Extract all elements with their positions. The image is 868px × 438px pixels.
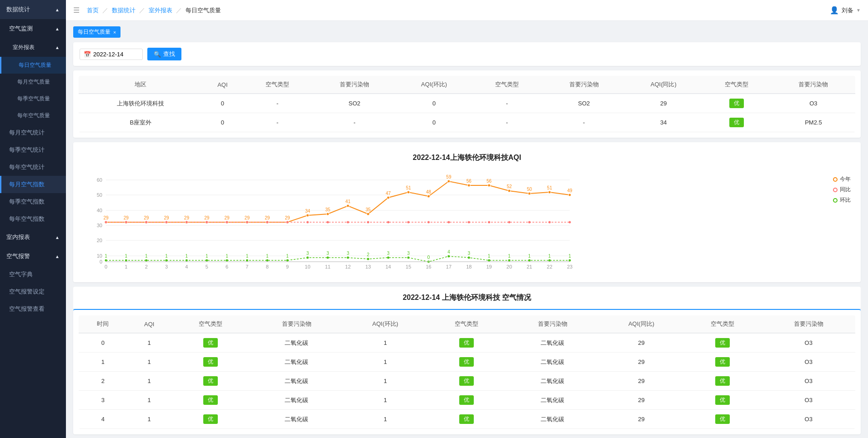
svg-text:60: 60 [97,177,102,183]
svg-text:1: 1 [266,254,269,259]
sidebar-label-air-monitor: 空气监测 [9,25,33,33]
sidebar-item-air-monitor[interactable]: 空气监测 ▲ [0,19,66,38]
chart-title: 2022-12-14上海轶伦环境科技AQI [79,148,855,166]
hamburger-icon[interactable]: ☰ [73,6,80,15]
dth-pollutant2: 首要污染物 [506,315,599,333]
cell-type1: 优 [171,333,250,353]
svg-point-50 [347,221,349,224]
legend-dot-tb [833,188,838,192]
svg-point-56 [468,221,470,224]
table-row: 上海轶伦环境科技 0 - SO2 0 - SO2 29 优 O3 [79,94,855,113]
summary-section: 地区 AQI 空气类型 首要污染物 AQI(环比) 空气类型 首要污染物 AQI… [73,70,861,138]
svg-text:29: 29 [184,215,190,220]
svg-point-33 [488,184,491,187]
legend-label-tb: 同比 [840,186,851,194]
dth-aqi-tb: AQI(同比) [599,315,683,333]
sidebar-item-alarm-view[interactable]: 空气报警查看 [0,300,66,318]
svg-text:22: 22 [547,264,552,269]
dth-pollutant3: 首要污染物 [762,315,855,333]
svg-text:3: 3 [387,251,390,256]
tab-close-icon[interactable]: × [113,30,116,35]
svg-point-39 [125,221,127,224]
topbar-right: 👤 刘备 ▼ [830,6,861,15]
svg-text:1: 1 [286,254,289,259]
sidebar-item-monthly-stats[interactable]: 每月空气统计 [0,124,66,141]
svg-text:1: 1 [165,254,168,259]
svg-point-66 [186,259,188,262]
detail-table: 时间 AQI 空气类型 首要污染物 AQI(环比) 空气类型 首要污染物 AQI… [79,315,855,429]
svg-point-36 [548,191,551,194]
table-row: 0 1 优 二氧化碳 1 优 二氧化碳 29 优 O3 [79,333,855,353]
sidebar-section-alarm[interactable]: 空气报警 ▲ [0,247,66,266]
cell-pollutant3: O3 [762,410,855,429]
sidebar-item-seasonal-index[interactable]: 每季空气指数 [0,193,66,210]
tab-daily-air[interactable]: 每日空气质量 × [73,26,120,38]
sidebar-section-data-stats[interactable]: 数据统计 ▲ [0,0,66,19]
sidebar-item-seasonal-stats[interactable]: 每季空气统计 [0,141,66,159]
cell-aqi-hb: 1 [343,333,427,353]
svg-text:51: 51 [547,185,552,190]
cell-pollutant3: O3 [762,391,855,410]
dth-type3: 空气类型 [683,315,762,333]
cell-aqi-hb: 1 [343,391,427,410]
sidebar-item-monthly-index[interactable]: 每月空气指数 [0,176,66,193]
svg-text:35: 35 [366,207,371,212]
date-input[interactable] [93,51,139,58]
svg-point-61 [569,221,571,224]
cell-aqi: 0 [203,94,242,113]
svg-text:5: 5 [206,264,208,269]
breadcrumb-home[interactable]: 首页 [87,6,99,15]
svg-point-79 [447,255,450,258]
cell-type2: 优 [427,372,506,391]
sidebar-item-yearly-index[interactable]: 每年空气指数 [0,210,66,228]
breadcrumb-outdoor[interactable]: 室外报表 [149,6,172,15]
detail-section: 时间 AQI 空气类型 首要污染物 AQI(环比) 空气类型 首要污染物 AQI… [73,309,861,434]
cell-time: 3 [79,391,127,410]
svg-point-68 [226,259,228,262]
svg-text:10: 10 [97,253,102,259]
svg-point-58 [508,221,510,224]
cell-type3: 优 [683,353,762,372]
svg-text:29: 29 [285,215,291,220]
svg-point-74 [347,257,349,259]
sidebar-item-alarm-setting[interactable]: 空气报警设定 [0,283,66,300]
svg-point-73 [326,257,329,259]
cell-pollutant2: - [542,113,626,132]
svg-point-63 [125,259,127,262]
sidebar-item-seasonal-air[interactable]: 每季空气质量 [0,90,66,107]
date-input-wrap: 📅 [80,49,143,60]
cell-type2: 优 [427,333,506,353]
svg-text:0: 0 [427,255,430,260]
cell-aqi-tb: 29 [626,94,701,113]
sidebar-item-daily-air[interactable]: 每日空气质量 [0,57,66,74]
sidebar-item-air-dict[interactable]: 空气字典 [0,266,66,283]
th-aqi-tb: AQI(同比) [626,76,701,94]
svg-point-81 [488,259,490,262]
sidebar-item-yearly-stats[interactable]: 每年空气统计 [0,159,66,176]
sidebar-section-indoor[interactable]: 室内报表 ▲ [0,228,66,247]
svg-point-54 [427,221,430,224]
search-button[interactable]: 🔍 查找 [147,48,181,60]
svg-point-65 [166,259,168,262]
svg-point-71 [286,259,289,262]
svg-point-84 [548,259,551,262]
svg-text:29: 29 [204,215,210,220]
sidebar-item-yearly-air[interactable]: 每年空气质量 [0,107,66,124]
svg-text:20: 20 [97,238,102,243]
cell-type2: 优 [427,353,506,372]
th-type3: 空气类型 [701,76,772,94]
svg-point-67 [206,259,208,262]
main-area: ☰ 首页 ／ 数据统计 ／ 室外报表 ／ 每日空气质量 👤 刘备 ▼ 每日空气质… [66,0,868,438]
sidebar-item-monthly-air[interactable]: 每月空气质量 [0,74,66,90]
sidebar-item-outdoor-report[interactable]: 室外报表 ▲ [0,38,66,57]
cell-time: 4 [79,410,127,429]
svg-point-51 [367,221,369,224]
sidebar-label-outdoor-report: 室外报表 [13,44,35,51]
cell-pollutant1: 二氧化碳 [250,410,343,429]
svg-point-47 [286,221,289,224]
cell-area: B座室外 [79,113,203,132]
svg-text:13: 13 [365,264,371,269]
breadcrumb-data-stats[interactable]: 数据统计 [112,6,135,15]
svg-point-42 [186,221,188,224]
topbar-left: ☰ 首页 ／ 数据统计 ／ 室外报表 ／ 每日空气质量 [73,6,221,15]
